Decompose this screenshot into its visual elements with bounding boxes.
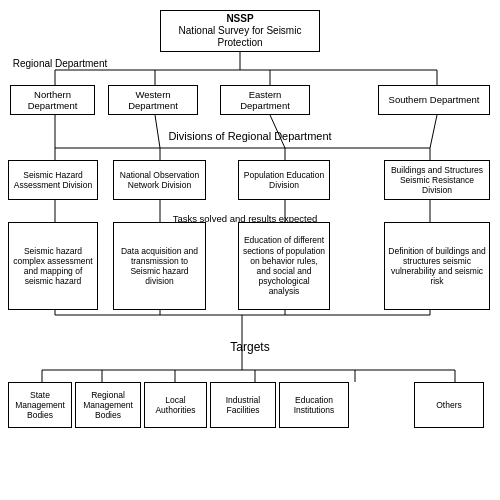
nssp-subtitle: National Survey for Seismic Protection [164, 25, 316, 49]
others-box: Others [414, 382, 484, 428]
state-mgmt-label: State Management Bodies [12, 390, 68, 421]
nssp-title: NSSP [164, 13, 316, 25]
regional-mgmt-label: Regional Management Bodies [79, 390, 137, 421]
others-label: Others [436, 400, 462, 410]
education-inst-label: Education Institutions [283, 395, 345, 415]
seismic-hazard-div-box: Seismic Hazard Assessment Division [8, 160, 98, 200]
state-mgmt-box: State Management Bodies [8, 382, 72, 428]
org-chart: NSSP National Survey for Seismic Protect… [0, 0, 500, 500]
northern-dept-box: Northern Department [10, 85, 95, 115]
western-dept-box: Western Department [108, 85, 198, 115]
industrial-box: Industrial Facilities [210, 382, 276, 428]
seismic-hazard-div-label: Seismic Hazard Assessment Division [12, 170, 94, 190]
buildings-div-label: Buildings and Structures Seismic Resista… [388, 165, 486, 196]
task1-label: Seismic hazard complex assessment and ma… [12, 246, 94, 287]
eastern-dept-box: Eastern Department [220, 85, 310, 115]
nssp-box: NSSP National Survey for Seismic Protect… [160, 10, 320, 52]
divisions-label: Divisions of Regional Department [100, 130, 400, 142]
nat-obs-div-label: National Observation Network Division [117, 170, 202, 190]
southern-dept-label: Southern Department [389, 94, 480, 105]
western-dept-label: Western Department [112, 89, 194, 112]
task4-box: Definition of buildings and structures s… [384, 222, 490, 310]
education-inst-box: Education Institutions [279, 382, 349, 428]
task3-box: Education of different sections of popul… [238, 222, 330, 310]
pop-edu-div-box: Population Education Division [238, 160, 330, 200]
eastern-dept-label: Eastern Department [224, 89, 306, 112]
nat-obs-div-box: National Observation Network Division [113, 160, 206, 200]
task2-box: Data acquisition and transmission to Sei… [113, 222, 206, 310]
southern-dept-box: Southern Department [378, 85, 490, 115]
task1-box: Seismic hazard complex assessment and ma… [8, 222, 98, 310]
task2-label: Data acquisition and transmission to Sei… [117, 246, 202, 287]
northern-dept-label: Northern Department [14, 89, 91, 112]
svg-line-9 [430, 115, 437, 148]
industrial-label: Industrial Facilities [214, 395, 272, 415]
local-auth-box: Local Authorities [144, 382, 207, 428]
pop-edu-div-label: Population Education Division [242, 170, 326, 190]
targets-label: Targets [180, 340, 320, 354]
buildings-div-box: Buildings and Structures Seismic Resista… [384, 160, 490, 200]
regional-dept-label: Regional Department [5, 58, 115, 69]
local-auth-label: Local Authorities [148, 395, 203, 415]
regional-mgmt-box: Regional Management Bodies [75, 382, 141, 428]
task4-label: Definition of buildings and structures s… [388, 246, 486, 287]
task3-label: Education of different sections of popul… [242, 235, 326, 296]
